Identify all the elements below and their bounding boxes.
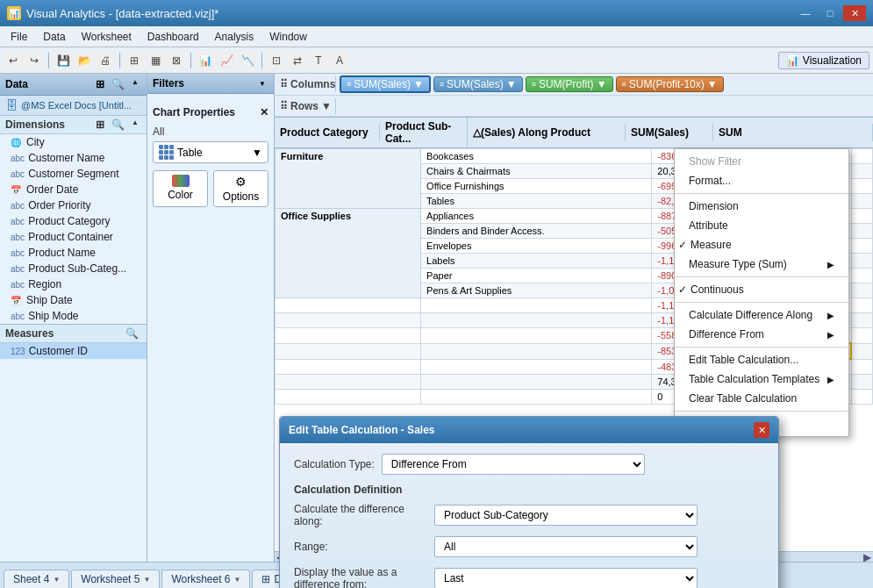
title-bar: 📊 Visual Analytics - [data-extracted.viz… [0,0,873,26]
menu-window[interactable]: Window [262,29,314,45]
filter-button[interactable]: ▦ [146,51,165,70]
col-pill-sum-sales-2[interactable]: ≡ SUM(Sales) ▼ [433,76,523,92]
ctx-clear-table-calc-text: Clear Table Calculation [689,392,797,405]
ctx-format[interactable]: Format... [675,171,848,190]
ctx-edit-table-calc[interactable]: Edit Table Calculation... [675,350,848,369]
ctx-sep-2 [675,276,848,277]
data-grid-icon[interactable]: ⊞ [93,77,107,91]
ctx-clear-table-calc[interactable]: Clear Table Calculation [675,389,848,408]
maximize-button[interactable]: □ [819,5,841,21]
minimize-button[interactable]: — [794,5,817,21]
tab-worksheet6-arrow[interactable]: ▼ [234,576,241,584]
ctx-dimension[interactable]: Dimension [675,197,848,216]
display-label: Display the value as a difference from: [294,566,434,588]
dialog-close-button[interactable]: ✕ [754,422,769,438]
dim-order-priority[interactable]: abc Order Priority [0,197,147,213]
ctx-attribute-text: Attribute [689,219,728,232]
filters-arrow[interactable]: ▼ [256,79,268,89]
format-button[interactable]: A [330,51,349,70]
tab-worksheet5-arrow[interactable]: ▼ [143,576,150,584]
chart-props-close[interactable]: ✕ [260,106,268,118]
ctx-table-calc-templates[interactable]: Table Calculation Templates ▶ [675,369,848,389]
dim-customer-id[interactable]: 123 Customer ID [0,343,147,359]
chart-button[interactable]: 📊 [196,51,215,70]
datasource-text: @MS Excel Docs [Untitl... [21,100,141,111]
save-button[interactable]: 💾 [54,51,73,70]
col-pill-sum-profit[interactable]: ≡ SUM(Profit) ▼ [526,76,613,92]
color-button[interactable]: Color [153,170,208,207]
marks-button[interactable]: 📈 [217,51,236,70]
open-button[interactable]: 📂 [75,51,94,70]
menu-data[interactable]: Data [36,29,72,45]
ctx-diff-from[interactable]: Difference From ▶ [675,325,848,344]
data-arrow-icon[interactable]: ▲ [129,77,141,91]
tab-worksheet5[interactable]: Worksheet 5 ▼ [71,570,160,588]
ctx-calc-diff-along[interactable]: Calculate Difference Along ▶ [675,305,848,325]
measures-search-icon[interactable]: 🔍 [123,326,141,341]
dim-product-container[interactable]: abc Product Container [0,229,147,245]
ctx-table-calc-templates-text: Table Calculation Templates [689,373,819,385]
visualization-button[interactable]: 📊 Visualization [778,52,869,69]
menu-analysis[interactable]: Analysis [208,29,261,45]
data-search-icon[interactable]: 🔍 [109,77,127,91]
sort-button[interactable]: ⊞ [125,51,144,70]
chart-buttons: Color ⚙ Options [153,170,268,207]
group-button[interactable]: ⊠ [167,51,186,70]
ctx-show-filter[interactable]: Show Filter [675,152,848,171]
dim-order-date-label: Order Date [26,183,78,196]
display-select[interactable]: Last [434,568,698,588]
dim-region-label: Region [28,278,61,290]
menu-file[interactable]: File [4,29,34,45]
dim-region[interactable]: abc Region [0,276,147,292]
ctx-diff-from-text: Difference From [689,328,764,341]
col-pill-sum-sales-1[interactable]: ≡ SUM(Sales) ▼ [340,75,431,93]
dim-customer-name[interactable]: abc Customer Name [0,150,147,166]
col-pill-sum-profit-10x[interactable]: ≡ SUM(Profit-10x) ▼ [616,76,724,92]
tab-sheet4[interactable]: Sheet 4 ▼ [4,570,69,588]
product-sub-icon: abc [11,264,25,274]
fit-button[interactable]: ⊡ [267,51,286,70]
data-source-row[interactable]: 🗄 @MS Excel Docs [Untitl... [0,96,147,116]
calc-type-select[interactable]: Difference From [382,454,645,475]
ctx-dimension-text: Dimension [689,200,739,212]
dim-city[interactable]: 🌐 City [0,134,147,150]
along-label: Calculate the difference along: [294,503,434,527]
rows-text: Rows [290,100,318,112]
menu-dashboard[interactable]: Dashboard [140,29,206,45]
range-select[interactable]: All [434,536,698,557]
dim-ship-date[interactable]: 📅 Ship Date [0,292,147,308]
dim-search-icon[interactable]: 🔍 [109,118,127,132]
along-select[interactable]: Product Sub-Category [434,505,698,526]
toolbar: ↩ ↪ 💾 📂 🖨 ⊞ ▦ ⊠ 📊 📈 📉 ⊡ ⇄ T A 📊 Visualiz… [0,47,873,74]
swap-button[interactable]: ⇄ [288,51,307,70]
dim-ship-mode[interactable]: abc Ship Mode [0,308,147,324]
dim-product-sub-categ[interactable]: abc Product Sub-Categ... [0,261,147,276]
dim-customer-segment[interactable]: abc Customer Segment [0,166,147,182]
undo-button[interactable]: ↩ [4,51,23,70]
order-priority-icon: abc [11,201,25,211]
dim-order-date[interactable]: 📅 Order Date [0,182,147,197]
ctx-attribute[interactable]: Attribute [675,216,848,235]
scroll-right-arrow[interactable]: ▶ [863,551,871,563]
rows-arrow[interactable]: ▼ [321,100,332,112]
analytics-button[interactable]: 📉 [238,51,257,70]
tab-worksheet6[interactable]: Worksheet 6 ▼ [161,570,250,588]
filters-label: Filters [153,77,184,90]
col-pill-4-text: SUM(Profit-10x) [629,78,705,90]
chart-type-dropdown[interactable]: Table ▼ [153,141,268,163]
dim-product-name[interactable]: abc Product Name [0,245,147,261]
ctx-continuous[interactable]: Continuous [675,280,848,299]
menu-worksheet[interactable]: Worksheet [75,29,139,45]
tab-sheet4-arrow[interactable]: ▼ [53,576,60,584]
dim-arrow-icon[interactable]: ▲ [129,118,141,132]
label-button[interactable]: T [309,51,328,70]
ctx-measure[interactable]: Measure [675,235,848,255]
close-button[interactable]: ✕ [843,5,866,21]
dim-product-category[interactable]: abc Product Category [0,213,147,229]
options-button[interactable]: ⚙ Options [213,170,268,207]
dim-grid-icon[interactable]: ⊞ [93,118,107,132]
print-button[interactable]: 🖨 [96,51,115,70]
redo-button[interactable]: ↪ [25,51,44,70]
ctx-measure-type[interactable]: Measure Type (Sum) ▶ [675,255,848,274]
table-col-headers: Product Category Product Sub-Cat... △(Sa… [275,118,873,148]
